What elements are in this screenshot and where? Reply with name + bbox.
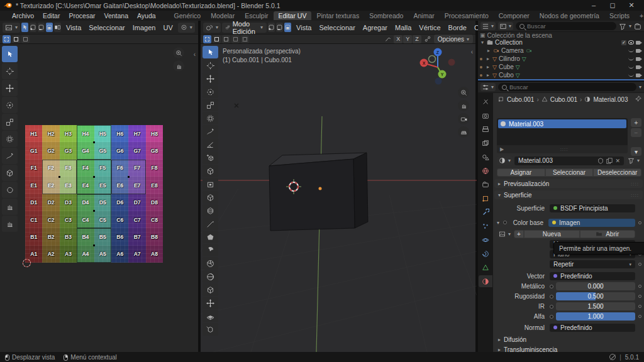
workspace-tab[interactable]: Genérico bbox=[169, 11, 206, 20]
viewport-camera-button[interactable] bbox=[458, 113, 469, 124]
menu-item[interactable]: Ayuda bbox=[133, 12, 160, 19]
repeat-dropdown[interactable]: Repetir ▾ bbox=[550, 260, 635, 268]
tab-modifiers[interactable] bbox=[479, 206, 492, 218]
select-circle-fallback-button[interactable] bbox=[222, 35, 230, 43]
roughness-slider[interactable]: 0.500 bbox=[556, 292, 635, 300]
outliner-row-cubo[interactable]: ▸ ▽ Cubo ▽ bbox=[478, 71, 644, 79]
tool-vertex-slide[interactable] bbox=[203, 297, 218, 309]
options-dropdown[interactable]: Opciones▾ bbox=[434, 35, 473, 43]
select-button[interactable]: Seleccionar bbox=[545, 168, 594, 177]
anim-dot[interactable] bbox=[638, 315, 641, 318]
editor-menu-item[interactable]: Imagen bbox=[129, 24, 160, 31]
editor-menu-item[interactable]: UV bbox=[159, 24, 176, 31]
select-box-fallback-button[interactable] bbox=[213, 35, 221, 43]
anim-dot[interactable] bbox=[638, 285, 641, 288]
tool-transform[interactable] bbox=[203, 112, 218, 124]
tool-shrink-fatten[interactable] bbox=[203, 310, 218, 322]
editor-menu-item[interactable]: Seleccionar bbox=[85, 24, 128, 31]
preview-panel-header[interactable]: ▸Previsualización:::: bbox=[494, 179, 643, 188]
surface-shader-field[interactable]: BSDF Principista bbox=[550, 204, 635, 212]
tab-object-data[interactable] bbox=[479, 261, 492, 273]
breadcrumb-object[interactable]: Cubo.001 bbox=[507, 96, 534, 103]
viewport-sidebar-toggle[interactable]: ‹ bbox=[471, 48, 473, 55]
editor-menu-item[interactable]: Malla bbox=[391, 24, 415, 31]
slot-expand-icon[interactable]: ▶ bbox=[500, 146, 504, 152]
uv-pan-button[interactable] bbox=[173, 60, 184, 72]
menu-item[interactable]: Archivo bbox=[8, 12, 38, 19]
tool-scale[interactable] bbox=[203, 99, 218, 111]
surface-panel-header[interactable]: ▾Superficie:::: bbox=[494, 190, 643, 199]
tool-spin[interactable] bbox=[203, 244, 218, 256]
workspace-tab[interactable]: Esculpir bbox=[240, 11, 273, 20]
uv-overlay-button-2[interactable] bbox=[21, 35, 30, 43]
outliner-filter-caret[interactable]: ▾ bbox=[629, 23, 631, 29]
tool-tweak-select[interactable] bbox=[2, 46, 18, 62]
close-button[interactable]: ✕ bbox=[623, 1, 640, 9]
workspace-tab[interactable]: Animar bbox=[408, 11, 439, 20]
tab-collection[interactable] bbox=[479, 178, 492, 190]
gizmo-neg-x-axis[interactable] bbox=[448, 59, 455, 66]
menu-item[interactable]: Procesar bbox=[64, 12, 99, 19]
tab-material[interactable] bbox=[479, 275, 492, 287]
collection-checkbox[interactable]: ✓ bbox=[621, 40, 626, 45]
cube-object[interactable] bbox=[269, 153, 368, 231]
alpha-slider[interactable]: 1.000 bbox=[556, 312, 635, 321]
tweak-fallback-button[interactable] bbox=[203, 35, 211, 43]
vector-field[interactable]: Predefinido bbox=[550, 272, 635, 280]
properties-editor-type[interactable]: ▾ bbox=[480, 83, 496, 91]
tool-3d-cursor[interactable] bbox=[203, 59, 218, 72]
properties-search[interactable]: Buscar bbox=[498, 83, 636, 91]
tool-tweak-select[interactable] bbox=[203, 46, 218, 58]
render-visibility-icon[interactable] bbox=[636, 48, 642, 53]
tab-render[interactable] bbox=[479, 109, 492, 121]
workspace-tab[interactable]: Sombreado bbox=[364, 11, 408, 20]
hide-icon[interactable] bbox=[628, 65, 634, 69]
tab-view-layer[interactable] bbox=[479, 137, 492, 149]
new-image-plus-button[interactable]: + bbox=[514, 230, 524, 238]
viewport-editor-type-button[interactable]: ▾ bbox=[203, 23, 221, 33]
outliner-filter-icon[interactable] bbox=[619, 23, 626, 30]
uv-sync-select-toggle[interactable] bbox=[21, 23, 28, 32]
tab-physics[interactable] bbox=[479, 234, 492, 246]
new-image-button[interactable]: Nueva bbox=[524, 230, 580, 238]
editor-menu-item[interactable]: Borde bbox=[445, 24, 470, 31]
material-slot-item[interactable]: Material.003 bbox=[498, 119, 626, 128]
tab-object[interactable] bbox=[479, 192, 492, 204]
duplicate-material-icon[interactable] bbox=[606, 158, 613, 164]
pin-id-icon[interactable] bbox=[635, 96, 641, 104]
uv-zoom-button[interactable] bbox=[173, 47, 184, 58]
collection-hide-icon[interactable] bbox=[628, 40, 634, 45]
render-visibility-icon[interactable] bbox=[636, 57, 642, 62]
unlink-material-icon[interactable]: ✕ bbox=[615, 158, 620, 164]
viewport-ortho-button[interactable] bbox=[458, 126, 469, 138]
workspace-tab[interactable]: Nodos de geometría bbox=[535, 11, 604, 20]
assign-button[interactable]: Asignar bbox=[497, 168, 545, 177]
outliner-row-cilindro[interactable]: ▸ ▽ Cilindro ▽ bbox=[478, 55, 644, 63]
outliner-row-collection[interactable]: ▾ Collection ✓ bbox=[478, 38, 644, 47]
outliner-row-scene-collection[interactable]: ▣ Colección de la escena bbox=[478, 32, 644, 38]
base-color-expander[interactable]: ▾ bbox=[497, 220, 503, 226]
select-mode-edge-button[interactable] bbox=[276, 23, 283, 32]
maximize-button[interactable]: ◻ bbox=[604, 1, 621, 9]
fake-user-shield-icon[interactable] bbox=[597, 158, 604, 164]
anim-dot[interactable] bbox=[638, 305, 641, 308]
tool-loop-cut[interactable] bbox=[203, 204, 218, 217]
interaction-mode-dropdown[interactable]: Modo Edición ▾ bbox=[222, 23, 267, 33]
tool-move[interactable] bbox=[2, 80, 18, 96]
base-color-field[interactable]: Imagen bbox=[548, 219, 635, 227]
hide-icon[interactable] bbox=[628, 74, 634, 77]
viewport-pan-button[interactable] bbox=[458, 100, 469, 111]
material-name-field[interactable]: Material.003 ✕ bbox=[514, 156, 624, 165]
outliner-scene-mode[interactable]: ▾ bbox=[498, 22, 513, 30]
viewport-scene[interactable] bbox=[201, 44, 477, 352]
tool-knife[interactable] bbox=[203, 217, 218, 230]
workspace-tab[interactable]: Pintar texturas bbox=[311, 11, 364, 20]
tool-rip-region[interactable] bbox=[2, 165, 18, 181]
menu-item[interactable]: Ventana bbox=[99, 12, 133, 19]
metallic-slider[interactable]: 0.000 bbox=[556, 282, 635, 290]
uv-editor-type-button[interactable]: ▾ bbox=[3, 23, 20, 33]
tab-output[interactable] bbox=[479, 123, 492, 135]
new-collection-icon[interactable] bbox=[634, 23, 641, 30]
material-specials-button[interactable]: ▾ bbox=[626, 156, 641, 165]
tool-add-cube[interactable] bbox=[203, 151, 218, 164]
